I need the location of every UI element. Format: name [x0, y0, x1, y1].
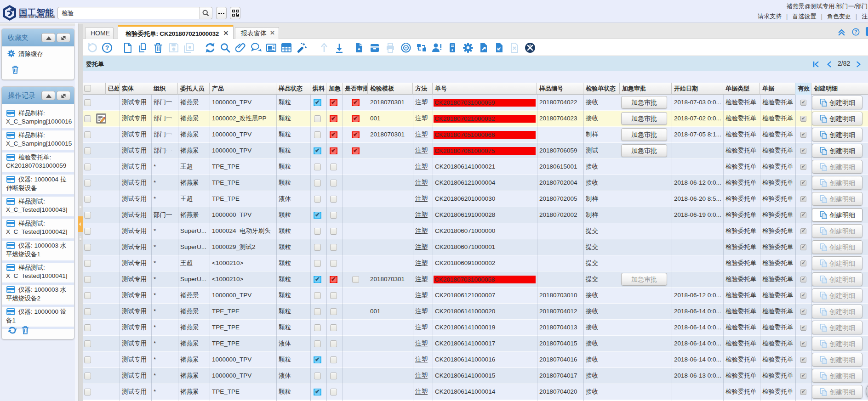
svg-text:A: A — [358, 47, 360, 51]
svg-text:?: ? — [854, 29, 857, 34]
svg-text:?: ? — [105, 44, 109, 51]
